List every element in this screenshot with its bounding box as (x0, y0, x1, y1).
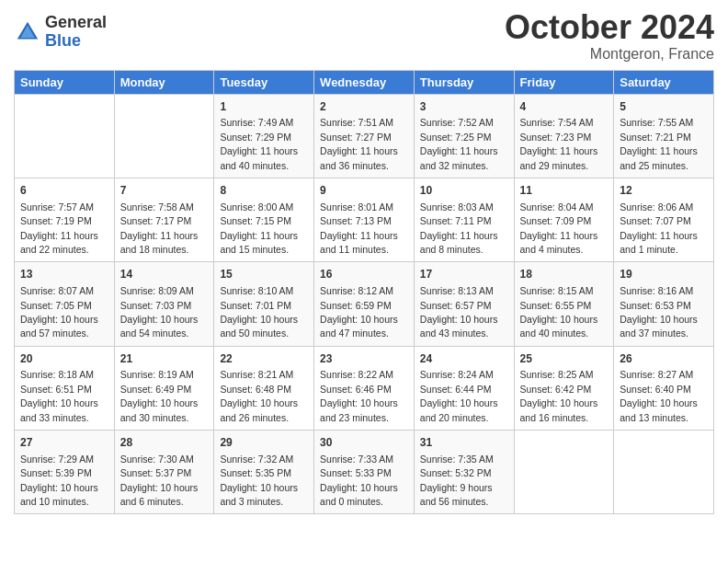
cell-day-number: 27 (20, 435, 108, 451)
cell-day-number: 14 (120, 267, 209, 282)
calendar-body: 1Sunrise: 7:49 AM Sunset: 7:29 PM Daylig… (15, 94, 714, 514)
cell-day-number: 22 (220, 351, 308, 367)
cell-day-number: 30 (320, 435, 408, 451)
cell-info: Sunrise: 7:57 AM Sunset: 7:19 PM Dayligh… (20, 201, 98, 255)
calendar-cell: 26Sunrise: 8:27 AM Sunset: 6:40 PM Dayli… (614, 346, 714, 430)
cell-info: Sunrise: 8:04 AM Sunset: 7:09 PM Dayligh… (520, 201, 598, 255)
logo-icon (14, 18, 41, 46)
cell-day-number: 23 (320, 351, 408, 367)
calendar-cell (114, 94, 214, 178)
cell-day-number: 26 (620, 351, 708, 367)
calendar-cell (614, 431, 714, 514)
calendar-cell: 4Sunrise: 7:54 AM Sunset: 7:23 PM Daylig… (514, 94, 614, 178)
calendar-cell: 14Sunrise: 8:09 AM Sunset: 7:03 PM Dayli… (114, 262, 214, 346)
cell-day-number: 3 (420, 99, 508, 115)
cell-day-number: 8 (220, 183, 308, 199)
cell-day-number: 25 (520, 351, 609, 367)
calendar-cell: 22Sunrise: 8:21 AM Sunset: 6:48 PM Dayli… (214, 346, 314, 430)
calendar-cell: 29Sunrise: 7:32 AM Sunset: 5:35 PM Dayli… (214, 431, 314, 514)
calendar-cell: 5Sunrise: 7:55 AM Sunset: 7:21 PM Daylig… (614, 94, 714, 178)
calendar-cell: 18Sunrise: 8:15 AM Sunset: 6:55 PM Dayli… (514, 262, 614, 346)
calendar-cell: 28Sunrise: 7:30 AM Sunset: 5:37 PM Dayli… (114, 431, 214, 514)
cell-info: Sunrise: 8:03 AM Sunset: 7:11 PM Dayligh… (420, 201, 498, 255)
days-header-row: SundayMondayTuesdayWednesdayThursdayFrid… (15, 70, 714, 94)
location: Montgeron, France (505, 46, 714, 63)
calendar: SundayMondayTuesdayWednesdayThursdayFrid… (14, 70, 714, 515)
cell-day-number: 19 (620, 267, 708, 282)
cell-info: Sunrise: 7:29 AM Sunset: 5:39 PM Dayligh… (20, 454, 98, 507)
cell-info: Sunrise: 8:06 AM Sunset: 7:07 PM Dayligh… (620, 201, 698, 255)
cell-info: Sunrise: 8:15 AM Sunset: 6:55 PM Dayligh… (520, 285, 598, 339)
cell-day-number: 10 (420, 183, 508, 199)
calendar-cell: 7Sunrise: 7:58 AM Sunset: 7:17 PM Daylig… (114, 178, 214, 261)
cell-info: Sunrise: 8:27 AM Sunset: 6:40 PM Dayligh… (620, 369, 698, 422)
calendar-cell: 11Sunrise: 8:04 AM Sunset: 7:09 PM Dayli… (514, 178, 614, 261)
calendar-cell: 16Sunrise: 8:12 AM Sunset: 6:59 PM Dayli… (314, 262, 415, 346)
page: General Blue October 2024 Montgeron, Fra… (0, 0, 728, 563)
calendar-cell: 9Sunrise: 8:01 AM Sunset: 7:13 PM Daylig… (314, 178, 415, 261)
cell-info: Sunrise: 7:30 AM Sunset: 5:37 PM Dayligh… (120, 454, 199, 507)
logo-blue: Blue (45, 32, 107, 51)
cell-day-number: 13 (20, 267, 108, 282)
cell-day-number: 24 (420, 351, 508, 367)
calendar-cell: 8Sunrise: 8:00 AM Sunset: 7:15 PM Daylig… (214, 178, 314, 261)
calendar-cell: 27Sunrise: 7:29 AM Sunset: 5:39 PM Dayli… (15, 431, 115, 514)
day-header-wednesday: Wednesday (314, 70, 415, 94)
cell-day-number: 17 (420, 267, 508, 282)
cell-info: Sunrise: 7:32 AM Sunset: 5:35 PM Dayligh… (220, 454, 298, 507)
week-row: 27Sunrise: 7:29 AM Sunset: 5:39 PM Dayli… (15, 431, 714, 514)
cell-day-number: 16 (320, 267, 408, 282)
cell-day-number: 21 (120, 351, 209, 367)
cell-day-number: 31 (420, 435, 508, 451)
cell-info: Sunrise: 8:19 AM Sunset: 6:49 PM Dayligh… (120, 369, 199, 422)
week-row: 20Sunrise: 8:18 AM Sunset: 6:51 PM Dayli… (15, 346, 714, 430)
calendar-header: SundayMondayTuesdayWednesdayThursdayFrid… (15, 70, 714, 94)
cell-info: Sunrise: 7:52 AM Sunset: 7:25 PM Dayligh… (420, 117, 498, 170)
calendar-cell: 6Sunrise: 7:57 AM Sunset: 7:19 PM Daylig… (15, 178, 115, 261)
day-header-tuesday: Tuesday (214, 70, 314, 94)
cell-info: Sunrise: 8:00 AM Sunset: 7:15 PM Dayligh… (220, 201, 298, 255)
cell-day-number: 4 (520, 99, 609, 115)
cell-day-number: 9 (320, 183, 408, 199)
cell-info: Sunrise: 8:25 AM Sunset: 6:42 PM Dayligh… (520, 369, 598, 422)
calendar-cell: 1Sunrise: 7:49 AM Sunset: 7:29 PM Daylig… (214, 94, 314, 178)
cell-day-number: 6 (20, 183, 108, 199)
week-row: 6Sunrise: 7:57 AM Sunset: 7:19 PM Daylig… (15, 178, 714, 261)
logo-general: General (45, 14, 107, 32)
cell-info: Sunrise: 8:24 AM Sunset: 6:44 PM Dayligh… (420, 369, 498, 422)
calendar-cell: 23Sunrise: 8:22 AM Sunset: 6:46 PM Dayli… (314, 346, 415, 430)
cell-info: Sunrise: 8:12 AM Sunset: 6:59 PM Dayligh… (320, 285, 398, 339)
day-header-thursday: Thursday (414, 70, 514, 94)
calendar-cell: 21Sunrise: 8:19 AM Sunset: 6:49 PM Dayli… (114, 346, 214, 430)
week-row: 13Sunrise: 8:07 AM Sunset: 7:05 PM Dayli… (15, 262, 714, 346)
calendar-cell: 24Sunrise: 8:24 AM Sunset: 6:44 PM Dayli… (414, 346, 514, 430)
cell-day-number: 15 (220, 267, 308, 282)
title-area: October 2024 Montgeron, France (505, 9, 714, 63)
day-header-friday: Friday (514, 70, 614, 94)
cell-info: Sunrise: 8:18 AM Sunset: 6:51 PM Dayligh… (20, 369, 98, 422)
cell-info: Sunrise: 8:13 AM Sunset: 6:57 PM Dayligh… (420, 285, 498, 339)
cell-info: Sunrise: 7:55 AM Sunset: 7:21 PM Dayligh… (620, 117, 698, 170)
cell-info: Sunrise: 7:35 AM Sunset: 5:32 PM Dayligh… (420, 454, 494, 507)
cell-info: Sunrise: 8:16 AM Sunset: 6:53 PM Dayligh… (620, 285, 698, 339)
calendar-cell (15, 94, 115, 178)
calendar-cell: 25Sunrise: 8:25 AM Sunset: 6:42 PM Dayli… (514, 346, 614, 430)
calendar-cell: 31Sunrise: 7:35 AM Sunset: 5:32 PM Dayli… (414, 431, 514, 514)
cell-day-number: 11 (520, 183, 609, 199)
cell-info: Sunrise: 7:54 AM Sunset: 7:23 PM Dayligh… (520, 117, 598, 170)
calendar-cell: 13Sunrise: 8:07 AM Sunset: 7:05 PM Dayli… (15, 262, 115, 346)
calendar-cell: 17Sunrise: 8:13 AM Sunset: 6:57 PM Dayli… (414, 262, 514, 346)
cell-day-number: 1 (220, 99, 308, 115)
cell-day-number: 29 (220, 435, 308, 451)
cell-info: Sunrise: 7:58 AM Sunset: 7:17 PM Dayligh… (120, 201, 199, 255)
calendar-cell: 3Sunrise: 7:52 AM Sunset: 7:25 PM Daylig… (414, 94, 514, 178)
day-header-monday: Monday (114, 70, 214, 94)
cell-info: Sunrise: 7:49 AM Sunset: 7:29 PM Dayligh… (220, 117, 298, 170)
cell-day-number: 28 (120, 435, 209, 451)
day-header-saturday: Saturday (614, 70, 714, 94)
calendar-cell: 15Sunrise: 8:10 AM Sunset: 7:01 PM Dayli… (214, 262, 314, 346)
calendar-cell: 20Sunrise: 8:18 AM Sunset: 6:51 PM Dayli… (15, 346, 115, 430)
week-row: 1Sunrise: 7:49 AM Sunset: 7:29 PM Daylig… (15, 94, 714, 178)
header: General Blue October 2024 Montgeron, Fra… (14, 9, 714, 63)
cell-day-number: 7 (120, 183, 209, 199)
